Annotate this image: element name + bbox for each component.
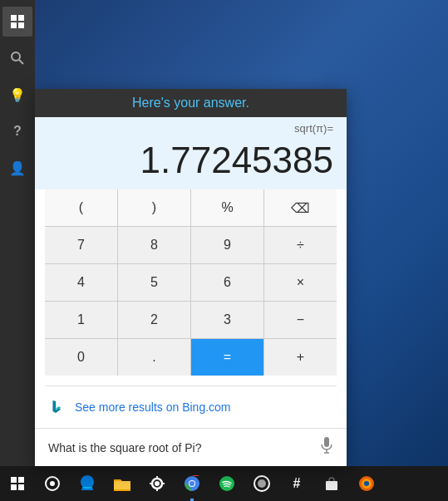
sidebar-item-home[interactable] — [2, 7, 32, 37]
svg-point-22 — [258, 479, 266, 488]
calc-btn-x[interactable]: ) — [118, 189, 190, 226]
svg-point-26 — [364, 481, 369, 486]
svg-rect-2 — [11, 22, 17, 28]
calc-btn-5[interactable]: 5 — [118, 264, 190, 301]
hash-icon: # — [293, 476, 301, 491]
bing-link-text: See more results on Bing.com — [75, 400, 231, 414]
calc-result: 1.77245385 — [35, 136, 347, 189]
calc-expression: sqrt(π)= — [35, 117, 347, 136]
svg-rect-23 — [326, 481, 337, 490]
calc-expression-text: sqrt(π)= — [294, 122, 333, 135]
sidebar-item-help[interactable]: ? — [2, 116, 32, 146]
search-circle-icon — [45, 476, 60, 491]
calc-btn-x[interactable]: % — [191, 189, 263, 226]
svg-point-11 — [155, 481, 160, 486]
desktop: 💡 ? 👤 Here's your answer. sqrt(π)= 1.772… — [0, 0, 448, 501]
svg-rect-13 — [156, 476, 158, 479]
svg-point-10 — [50, 481, 55, 486]
calc-btn-x[interactable]: ⌫ — [264, 189, 337, 226]
calc-btn-x[interactable]: × — [264, 264, 337, 301]
taskbar-itunes-icon[interactable] — [244, 466, 279, 501]
calculator: sqrt(π)= 1.77245385 ()%⌫789÷456×123−0.=+ — [35, 117, 347, 386]
calc-btn-7[interactable]: 7 — [45, 227, 117, 263]
svg-rect-0 — [11, 15, 17, 21]
svg-point-19 — [190, 481, 194, 486]
taskbar-spotify-icon[interactable] — [209, 466, 244, 501]
calc-result-value: 1.77245385 — [140, 140, 333, 180]
svg-rect-3 — [18, 22, 24, 28]
svg-rect-15 — [150, 483, 153, 484]
sidebar-item-search[interactable] — [2, 43, 32, 73]
search-popup: Here's your answer. sqrt(π)= 1.77245385 … — [35, 89, 347, 466]
folder-icon — [114, 476, 130, 491]
sidebar-item-person[interactable]: 👤 — [2, 153, 32, 183]
firefox-icon — [358, 475, 375, 492]
taskbar-start-button[interactable] — [0, 466, 35, 501]
taskbar-store-icon[interactable] — [314, 466, 349, 501]
taskbar-chrome-icon[interactable] — [175, 466, 209, 501]
calc-btn-1[interactable]: 1 — [45, 302, 117, 338]
taskbar-discord-icon[interactable]: # — [279, 466, 314, 501]
popup-header-title: Here's your answer. — [132, 96, 249, 110]
calc-btn-8[interactable]: 8 — [118, 227, 190, 263]
sidebar-item-lightbulb[interactable]: 💡 — [2, 80, 32, 110]
search-bar — [35, 428, 347, 466]
calc-btn-x[interactable]: ÷ — [264, 227, 337, 263]
bing-logo-icon — [48, 398, 66, 416]
calc-btn-x[interactable]: ( — [45, 189, 117, 226]
windows-logo-icon — [11, 477, 24, 490]
search-input[interactable] — [48, 441, 320, 454]
chrome-icon — [184, 475, 200, 492]
svg-rect-16 — [161, 483, 165, 484]
bag-icon — [324, 476, 339, 491]
taskbar-firefox-icon[interactable] — [349, 466, 384, 501]
popup-header: Here's your answer. — [35, 89, 347, 117]
gear-icon — [150, 476, 165, 491]
calc-btn-4[interactable]: 4 — [45, 264, 117, 301]
taskbar-settings-icon[interactable] — [140, 466, 175, 501]
taskbar-edge-icon[interactable] — [70, 466, 105, 501]
calc-btn-6[interactable]: 6 — [191, 264, 263, 301]
circle-icon — [254, 475, 270, 492]
calc-btn-0[interactable]: 0 — [45, 339, 117, 376]
edge-icon — [79, 475, 96, 492]
svg-rect-14 — [156, 488, 158, 491]
calc-btn-x[interactable]: + — [264, 339, 337, 376]
spotify-icon — [219, 475, 235, 492]
taskbar: # — [0, 466, 448, 501]
calc-btn-2[interactable]: 2 — [118, 302, 190, 338]
calc-btn-3[interactable]: 3 — [191, 302, 263, 338]
taskbar-explorer-icon[interactable] — [105, 466, 140, 501]
calc-btn-x[interactable]: . — [118, 339, 190, 376]
svg-rect-6 — [324, 437, 329, 447]
calc-btn-x[interactable]: − — [264, 302, 337, 338]
calc-btn-9[interactable]: 9 — [191, 227, 263, 263]
calc-btn-x[interactable]: = — [191, 339, 263, 376]
bing-link[interactable]: See more results on Bing.com — [35, 386, 347, 428]
svg-rect-1 — [18, 15, 24, 21]
svg-point-4 — [12, 52, 20, 61]
taskbar-search-button[interactable] — [35, 466, 70, 501]
calc-buttons: ()%⌫789÷456×123−0.=+ — [45, 189, 337, 376]
sidebar: 💡 ? 👤 — [0, 0, 35, 466]
svg-line-5 — [19, 60, 23, 64]
mic-icon[interactable] — [320, 437, 333, 458]
